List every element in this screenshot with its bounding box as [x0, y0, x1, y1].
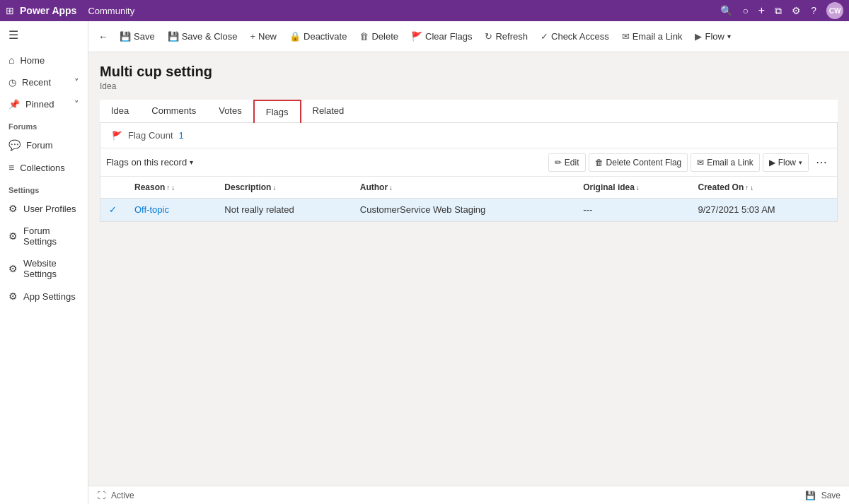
recent-chevron-icon: ˅: [74, 77, 79, 88]
home-icon: ⌂: [8, 54, 14, 66]
settings-icon[interactable]: ⚙: [792, 5, 801, 16]
save-close-button[interactable]: 💾 Save & Close: [162, 27, 243, 46]
status-right: 💾 Save: [805, 491, 841, 500]
filter-icon[interactable]: ⧉: [775, 5, 782, 17]
delete-label: Delete: [371, 31, 398, 42]
sidebar-item-forum[interactable]: 💬 Forum: [0, 134, 88, 156]
top-nav-right: 🔍 ○ + ⧉ ⚙ ? CW: [720, 2, 843, 19]
sidebar-forum-label: Forum: [26, 140, 53, 151]
top-nav: ⊞ Power Apps Community 🔍 ○ + ⧉ ⚙ ? CW: [0, 0, 849, 21]
tab-idea[interactable]: Idea: [100, 100, 140, 123]
hamburger-menu[interactable]: ☰: [0, 21, 88, 49]
save-icon: 💾: [120, 31, 131, 42]
check-access-label: Check Access: [551, 31, 609, 42]
row-created-on-cell: 9/27/2021 5:03 AM: [690, 199, 837, 221]
reason-sort-desc-icon: ↓: [171, 184, 175, 192]
page-content: Multi cup setting Idea Idea Comments Vot…: [88, 52, 849, 486]
sidebar: ☰ ⌂ Home ◷ Recent ˅ 📌 Pinned ˅ Forums 💬 …: [0, 21, 88, 504]
deactivate-icon: 🔒: [289, 31, 301, 42]
deactivate-label: Deactivate: [304, 31, 347, 42]
delete-flag-icon: 🗑: [595, 158, 603, 168]
table-header: Reason ↑ ↓ Description ↓: [100, 177, 837, 199]
tab-flags[interactable]: Flags: [253, 100, 301, 123]
search-icon[interactable]: 🔍: [720, 5, 732, 16]
sidebar-item-home[interactable]: ⌂ Home: [0, 49, 88, 71]
sidebar-item-home-label: Home: [20, 55, 45, 66]
save-button[interactable]: 💾 Save: [114, 27, 161, 46]
pinned-chevron-icon: ˅: [74, 99, 79, 110]
check-access-button[interactable]: ✓ Check Access: [535, 27, 615, 46]
tab-related[interactable]: Related: [301, 100, 356, 123]
table-row[interactable]: ✓ Off-topic Not really related CustomerS…: [100, 199, 837, 221]
sidebar-item-user-profiles[interactable]: ⚙ User Profiles: [0, 197, 88, 220]
row-original-idea-cell: ---: [574, 199, 689, 221]
expand-icon[interactable]: ⛶: [97, 491, 105, 500]
add-icon[interactable]: +: [758, 4, 765, 17]
table-header-row: Reason ↑ ↓ Description ↓: [100, 177, 837, 199]
sidebar-item-recent[interactable]: ◷ Recent ˅: [0, 71, 88, 93]
status-bar: ⛶ Active 💾 Save: [88, 486, 849, 504]
main-layout: ☰ ⌂ Home ◷ Recent ˅ 📌 Pinned ˅ Forums 💬 …: [0, 21, 849, 504]
row-reason-link[interactable]: Off-topic: [134, 204, 169, 215]
table-body: ✓ Off-topic Not really related CustomerS…: [100, 199, 837, 221]
email-flag-icon: ✉: [697, 158, 704, 168]
new-label: New: [258, 31, 277, 42]
flags-table: Reason ↑ ↓ Description ↓: [100, 177, 837, 221]
page-subtitle: Idea: [100, 81, 838, 91]
save-close-icon: 💾: [168, 31, 179, 42]
forum-settings-icon: ⚙: [8, 230, 18, 242]
col-author[interactable]: Author ↓: [352, 177, 574, 199]
tab-comments[interactable]: Comments: [140, 100, 207, 123]
status-save-label[interactable]: Save: [821, 491, 841, 500]
save-label: Save: [134, 31, 155, 42]
flow-button[interactable]: ▶ Flow ▾: [689, 27, 736, 46]
col-original-idea[interactable]: Original idea ↓: [574, 177, 689, 199]
settings-section-header: Settings: [0, 179, 88, 197]
help-icon[interactable]: ?: [811, 5, 816, 16]
new-button[interactable]: + New: [244, 27, 282, 46]
flag-count-value: 1: [179, 130, 184, 141]
deactivate-button[interactable]: 🔒 Deactivate: [284, 27, 352, 46]
delete-content-flag-button[interactable]: 🗑 Delete Content Flag: [589, 153, 688, 172]
col-created-on[interactable]: Created On ↑ ↓: [690, 177, 837, 199]
app-settings-icon: ⚙: [8, 291, 18, 302]
created-on-sort-asc-icon: ↑: [745, 184, 749, 192]
col-description[interactable]: Description ↓: [216, 177, 351, 199]
flag-count-icon: 🚩: [112, 131, 122, 141]
flow-label: Flow: [705, 31, 724, 42]
content-area: ← 💾 Save 💾 Save & Close + New 🔒 Deactiva…: [88, 21, 849, 504]
row-author-cell: CustomerService Web Staging: [352, 199, 574, 221]
refresh-button[interactable]: ↻ Refresh: [479, 27, 533, 46]
grid-icon[interactable]: ⊞: [6, 5, 14, 16]
delete-button[interactable]: 🗑 Delete: [354, 27, 404, 46]
flags-on-chevron-icon[interactable]: ▾: [190, 158, 193, 166]
favorite-icon[interactable]: ○: [742, 5, 748, 16]
community-label: Community: [88, 6, 134, 16]
sub-toolbar-left: Flags on this record ▾: [106, 157, 193, 168]
page-title: Multi cup setting: [100, 64, 838, 80]
sidebar-item-website-settings[interactable]: ⚙ Website Settings: [0, 252, 88, 285]
row-check-icon: ✓: [109, 204, 117, 215]
flow-flag-button[interactable]: ▶ Flow ▾: [763, 153, 809, 172]
sidebar-item-app-settings[interactable]: ⚙ App Settings: [0, 285, 88, 307]
email-link-label: Email a Link: [633, 31, 683, 42]
sidebar-item-forum-settings[interactable]: ⚙ Forum Settings: [0, 220, 88, 252]
original-idea-sort-icon: ↓: [636, 184, 640, 192]
col-reason[interactable]: Reason ↑ ↓: [126, 177, 216, 199]
sidebar-item-collections[interactable]: ≡ Collections: [0, 156, 88, 179]
clear-flags-icon: 🚩: [411, 31, 422, 42]
sidebar-recent-label: Recent: [22, 77, 51, 88]
clear-flags-button[interactable]: 🚩 Clear Flags: [405, 27, 478, 46]
refresh-label: Refresh: [495, 31, 528, 42]
avatar[interactable]: CW: [826, 2, 843, 19]
more-options-button[interactable]: ⋯: [812, 153, 831, 172]
flag-count-label: Flag Count: [128, 130, 173, 141]
email-link-button[interactable]: ✉ Email a Link: [616, 27, 688, 46]
status-text: Active: [111, 491, 134, 500]
tab-votes[interactable]: Votes: [207, 100, 253, 123]
tabs-container: Idea Comments Votes Flags Related: [100, 100, 838, 123]
sidebar-item-pinned[interactable]: 📌 Pinned ˅: [0, 93, 88, 115]
email-link-flag-button[interactable]: ✉ Email a Link: [691, 153, 759, 172]
edit-button[interactable]: ✏ Edit: [548, 153, 586, 172]
back-button[interactable]: ←: [94, 27, 112, 47]
